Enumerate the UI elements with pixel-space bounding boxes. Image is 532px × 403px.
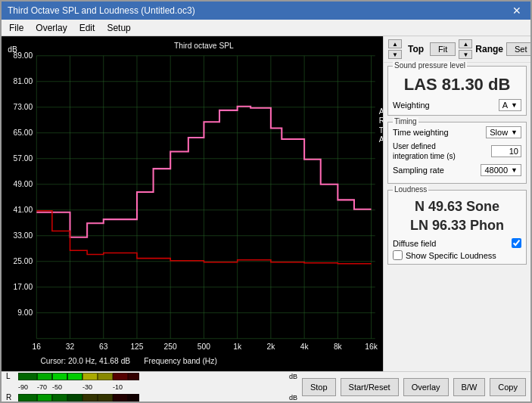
bottom-bar: L dB -90 -70 -50 [2, 371, 530, 401]
time-weighting-dropdown-arrow: ▼ [511, 129, 518, 136]
weighting-row: Weighting A ▼ [393, 99, 521, 111]
svg-text:16: 16 [33, 343, 42, 351]
top-down-arrow[interactable]: ▼ [388, 50, 402, 59]
r-seg-4 [67, 394, 82, 401]
svg-text:8k: 8k [334, 343, 343, 351]
time-weighting-row: Time weighting Slow ▼ [393, 126, 521, 138]
l-meter-bar [18, 373, 285, 380]
menu-overlay[interactable]: Overlay [31, 21, 71, 34]
weighting-label: Weighting [393, 101, 430, 110]
svg-text:65.00: 65.00 [13, 129, 33, 137]
r-db-label: dB [289, 394, 297, 401]
svg-text:16k: 16k [365, 343, 378, 351]
menu-edit[interactable]: Edit [75, 21, 100, 34]
int-time-row: User definedintegration time (s) [393, 141, 521, 161]
r-seg-7 [113, 394, 128, 401]
svg-text:4k: 4k [300, 343, 310, 351]
top-arrows: ▲ ▼ [388, 39, 402, 59]
l-seg-6 [98, 373, 113, 380]
loudness-line2: LN 96.33 Phon [393, 216, 521, 235]
overlay-button[interactable]: Overlay [403, 378, 449, 396]
weighting-dropdown[interactable]: A ▼ [499, 99, 521, 111]
svg-text:dB: dB [8, 45, 17, 54]
range-down-arrow[interactable]: ▼ [459, 50, 472, 59]
l-meter-row: L dB [6, 371, 297, 382]
range-label: Range [475, 44, 503, 54]
bw-button[interactable]: B/W [453, 378, 486, 396]
menu-bar: File Overlay Edit Setup [2, 20, 530, 36]
show-specific-checkbox[interactable] [393, 250, 403, 260]
range-arrows: ▲ ▼ [459, 39, 472, 59]
l-seg-7 [113, 373, 128, 380]
loudness-section-title: Loudness [393, 185, 428, 194]
fit-button[interactable]: Fit [430, 42, 456, 56]
svg-text:73.00: 73.00 [13, 103, 33, 111]
svg-text:25.00: 25.00 [13, 257, 33, 265]
svg-text:Cursor: 20.0 Hz, 41.68 dB: Cursor: 20.0 Hz, 41.68 dB [40, 357, 130, 365]
range-up-arrow[interactable]: ▲ [459, 39, 472, 48]
weighting-dropdown-arrow: ▼ [511, 101, 518, 109]
r-seg-3 [52, 394, 67, 401]
svg-text:63: 63 [99, 343, 108, 351]
svg-text:41.00: 41.00 [13, 206, 33, 214]
show-specific-label: Show Specific Loudness [406, 251, 496, 260]
content-area: 89.00 81.00 73.00 65.00 57.00 49.00 41.0… [2, 36, 530, 371]
chart-area: 89.00 81.00 73.00 65.00 57.00 49.00 41.0… [2, 36, 383, 371]
time-weighting-dropdown[interactable]: Slow ▼ [486, 126, 521, 138]
set-button[interactable]: Set [506, 42, 530, 56]
nav-row: ▲ ▼ Top Fit ▲ ▼ Range Set [384, 36, 530, 63]
sampling-rate-dropdown[interactable]: 48000 ▼ [481, 164, 521, 176]
l-seg-2 [37, 373, 52, 380]
int-time-input[interactable] [491, 145, 521, 157]
svg-text:Third octave SPL: Third octave SPL [174, 42, 234, 50]
meter-scale-labels: -90 -70 -50 -30 -10 [18, 383, 297, 391]
svg-text:Frequency band (Hz): Frequency band (Hz) [144, 357, 217, 365]
svg-text:125: 125 [130, 343, 143, 351]
svg-rect-0 [2, 36, 383, 371]
sampling-rate-row: Sampling rate 48000 ▼ [393, 164, 521, 176]
time-weighting-label: Time weighting [393, 128, 449, 137]
top-up-arrow[interactable]: ▲ [388, 39, 402, 48]
svg-text:2k: 2k [266, 343, 275, 351]
spl-section: Sound pressure level LAS 81.30 dB Weight… [387, 66, 527, 116]
loudness-line1: N 49.63 Sone [393, 197, 521, 216]
r-seg-8 [128, 394, 139, 401]
svg-text:49.00: 49.00 [13, 180, 33, 188]
svg-text:32: 32 [66, 343, 75, 351]
stop-button[interactable]: Stop [302, 378, 336, 396]
spl-section-title: Sound pressure level [393, 61, 467, 70]
svg-text:500: 500 [198, 343, 210, 351]
diffuse-checkbox[interactable] [512, 238, 521, 248]
r-seg-2 [37, 394, 52, 401]
time-weighting-value: Slow [490, 128, 508, 137]
svg-text:33.00: 33.00 [13, 231, 33, 240]
l-seg-1 [18, 373, 37, 380]
svg-text:R: R [379, 116, 383, 125]
int-time-label: User definedintegration time (s) [393, 141, 456, 161]
chart-svg: 89.00 81.00 73.00 65.00 57.00 49.00 41.0… [2, 36, 383, 371]
top-label: Top [405, 44, 427, 54]
svg-text:9.00: 9.00 [17, 308, 33, 317]
r-label: R [6, 393, 15, 401]
svg-text:T: T [379, 126, 383, 135]
right-panel: ▲ ▼ Top Fit ▲ ▼ Range Set Sound pressure… [383, 36, 530, 371]
show-specific-row: Show Specific Loudness [393, 250, 521, 260]
svg-text:1k: 1k [233, 343, 242, 351]
menu-file[interactable]: File [5, 21, 28, 34]
sampling-rate-label: Sampling rate [393, 166, 444, 175]
sampling-rate-dropdown-arrow: ▼ [511, 166, 518, 174]
svg-text:A: A [379, 135, 383, 144]
r-meter-bar [18, 394, 285, 401]
l-seg-8 [128, 373, 139, 380]
title-bar: Third Octave SPL and Loudness (Untitled.… [2, 2, 530, 20]
svg-text:250: 250 [164, 343, 177, 351]
spl-value: LAS 81.30 dB [393, 75, 521, 95]
l-seg-4 [67, 373, 82, 380]
close-button[interactable]: ✕ [509, 5, 524, 17]
copy-button[interactable]: Copy [490, 378, 526, 396]
window-title: Third Octave SPL and Loudness (Untitled.… [8, 5, 195, 16]
timing-section-title: Timing [393, 117, 418, 126]
start-reset-button[interactable]: Start/Reset [341, 378, 399, 396]
menu-setup[interactable]: Setup [102, 21, 135, 34]
diffuse-row: Diffuse field [393, 238, 521, 248]
